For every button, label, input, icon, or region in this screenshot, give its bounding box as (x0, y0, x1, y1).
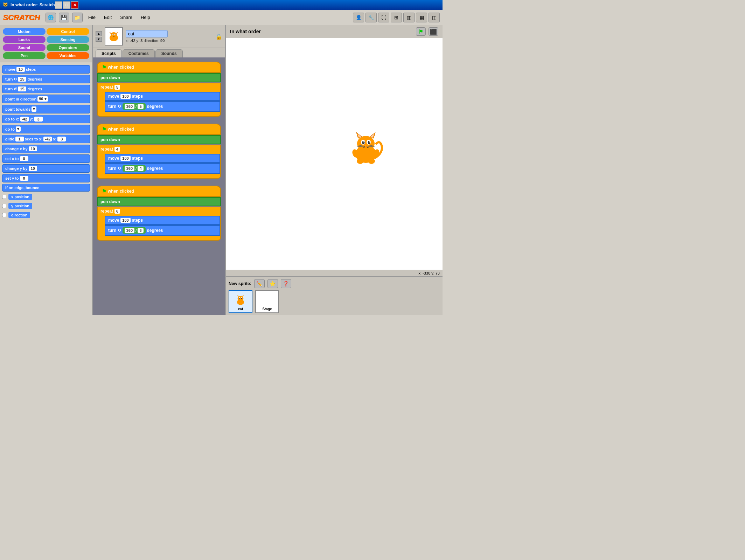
titlebar: 🐱 In what order- Scratch − □ ✕ (0, 0, 443, 10)
green-flag-button[interactable]: ⚑ (416, 27, 426, 36)
sprite-cat-label: cat (238, 307, 243, 311)
middle-panel: ▲ ▼ x: -42 y: 3 direction: 90 (93, 25, 226, 315)
repeat-block-3: repeat 6 move 100 steps turn ↻ 360 (97, 207, 221, 241)
turn-degrees-1[interactable]: turn ↻ 360 / 5 degrees (105, 101, 220, 112)
category-variables[interactable]: Variables (47, 52, 89, 59)
move-steps-3[interactable]: move 100 steps (105, 216, 220, 225)
settings-icon-button[interactable]: 🔧 (365, 13, 377, 22)
share-icon-button[interactable]: ⊞ (391, 13, 402, 22)
layout3-button[interactable]: ◫ (429, 13, 440, 22)
menu-file[interactable]: File (85, 13, 98, 21)
hat-when-clicked-2[interactable]: ⚑ when clicked (97, 124, 221, 135)
user-icon-button[interactable]: 👤 (353, 13, 364, 22)
block-categories: Motion Control Looks Sensing Sound Opera… (0, 25, 92, 62)
svg-point-7 (357, 136, 375, 151)
svg-point-28 (238, 296, 244, 301)
minimize-button[interactable]: − (55, 1, 62, 9)
tab-costumes[interactable]: Costumes (123, 49, 155, 57)
menu-help[interactable]: Help (138, 13, 153, 21)
move-steps-1[interactable]: move 100 steps (105, 92, 220, 101)
svg-point-16 (363, 141, 364, 143)
sprite-cat-image (231, 292, 250, 307)
sprite-cat-thumb[interactable]: cat (229, 290, 252, 313)
block-y-position[interactable]: y position (2, 202, 90, 210)
block-change-x[interactable]: change x by 10 (2, 145, 90, 153)
fullscreen-icon-button[interactable]: ⛶ (378, 13, 389, 22)
category-operators[interactable]: Operators (47, 44, 89, 51)
app-icon: 🐱 (3, 2, 8, 8)
new-sprite-random-button[interactable]: ⭐ (267, 279, 278, 288)
new-sprite-upload-button[interactable]: ❓ (281, 279, 291, 288)
category-looks[interactable]: Looks (3, 36, 46, 43)
block-bounce[interactable]: if on edge, bounce (2, 184, 90, 192)
block-x-position[interactable]: x position (2, 193, 90, 201)
block-change-y[interactable]: change y by 10 (2, 164, 90, 173)
scripts-area[interactable]: ⚑ when clicked pen down repeat 5 move 10… (93, 57, 225, 315)
block-turn-cw[interactable]: turn ↻ 15 degrees (2, 75, 90, 83)
sprite-nav: ▲ ▼ (96, 31, 102, 42)
block-go-to[interactable]: go to ▾ (2, 125, 90, 133)
hat-when-clicked-1[interactable]: ⚑ when clicked (97, 62, 221, 73)
pen-down-1[interactable]: pen down (97, 73, 221, 82)
repeat-top-3[interactable]: repeat 6 (97, 207, 221, 215)
category-motion[interactable]: Motion (3, 28, 46, 35)
folder-icon-button[interactable]: 📁 (72, 13, 83, 22)
sprite-prev-button[interactable]: ▲ (96, 31, 102, 36)
maximize-button[interactable]: □ (63, 1, 70, 9)
layout2-button[interactable]: ▦ (416, 13, 427, 22)
new-sprite-label: New sprite: (229, 281, 251, 286)
svg-point-14 (362, 141, 365, 144)
repeat-top-1[interactable]: repeat 5 (97, 83, 221, 91)
turn-degrees-2[interactable]: turn ↻ 360 / 4 degrees (105, 163, 220, 174)
block-move-steps[interactable]: move 10 steps (2, 65, 90, 74)
sprite-coords: x: -42 y: 3 direction: 90 (126, 39, 213, 43)
svg-point-23 (357, 158, 364, 164)
pen-down-2[interactable]: pen down (97, 135, 221, 144)
close-button[interactable]: ✕ (71, 1, 78, 9)
sprite-next-button[interactable]: ▼ (96, 37, 102, 42)
sprites-header: New sprite: ✏️ ⭐ ❓ (229, 279, 440, 288)
category-pen[interactable]: Pen (3, 52, 46, 59)
block-turn-ccw[interactable]: turn ↺ 15 degrees (2, 85, 90, 93)
repeat-inner-1: move 100 steps turn ↻ 360 / 5 degrees (97, 91, 221, 112)
scratch-logo: SCRATCH (3, 13, 40, 22)
hat-when-clicked-3[interactable]: ⚑ when clicked (97, 186, 221, 197)
svg-point-24 (368, 158, 375, 164)
category-sensing[interactable]: Sensing (47, 36, 89, 43)
stop-button[interactable]: ⬛ (429, 27, 438, 36)
sprite-name-input[interactable] (126, 30, 168, 37)
repeat-top-2[interactable]: repeat 4 (97, 145, 221, 153)
repeat-bottom-1 (97, 112, 221, 117)
svg-point-1 (111, 32, 117, 38)
script-block-1: ⚑ when clicked pen down repeat 5 move 10… (97, 62, 221, 117)
layout1-button[interactable]: ▥ (403, 13, 415, 22)
tab-sounds[interactable]: Sounds (155, 49, 183, 57)
menu-edit[interactable]: Edit (101, 13, 114, 21)
lock-icon[interactable]: 🔒 (215, 33, 222, 40)
category-sound[interactable]: Sound (3, 44, 46, 51)
green-flag-icon-3: ⚑ (102, 188, 106, 194)
turn-degrees-3[interactable]: turn ↻ 360 / 6 degrees (105, 225, 220, 236)
block-glide[interactable]: glide 1 secs to x: -42 y: 3 (2, 135, 90, 143)
tab-scripts[interactable]: Scripts (96, 49, 122, 57)
block-direction[interactable]: direction (2, 211, 90, 219)
stage-title: In what order (230, 29, 413, 34)
block-set-y[interactable]: set y to 0 (2, 174, 90, 182)
cat-sprite[interactable] (345, 126, 387, 168)
globe-icon-button[interactable]: 🌐 (46, 13, 56, 22)
move-steps-2[interactable]: move 100 steps (105, 154, 220, 163)
pen-down-3[interactable]: pen down (97, 197, 221, 206)
stage-thumb-image (258, 292, 276, 307)
block-point-towards[interactable]: point towards ▾ (2, 105, 90, 113)
block-go-to-xy[interactable]: go to x: -42 y: 3 (2, 115, 90, 123)
blocks-list: move 10 steps turn ↻ 15 degrees turn ↺ 1… (0, 62, 92, 315)
category-control[interactable]: Control (47, 28, 89, 35)
stage-canvas[interactable] (226, 38, 443, 270)
titlebar-title: In what order- Scratch (11, 2, 55, 7)
new-sprite-paint-button[interactable]: ✏️ (254, 279, 265, 288)
block-point-direction[interactable]: point in direction 90 ▾ (2, 95, 90, 103)
save-icon-button[interactable]: 💾 (59, 13, 69, 22)
menu-share[interactable]: Share (117, 13, 135, 21)
stage-thumb[interactable]: Stage (255, 290, 279, 313)
block-set-x[interactable]: set x to 0 (2, 154, 90, 163)
